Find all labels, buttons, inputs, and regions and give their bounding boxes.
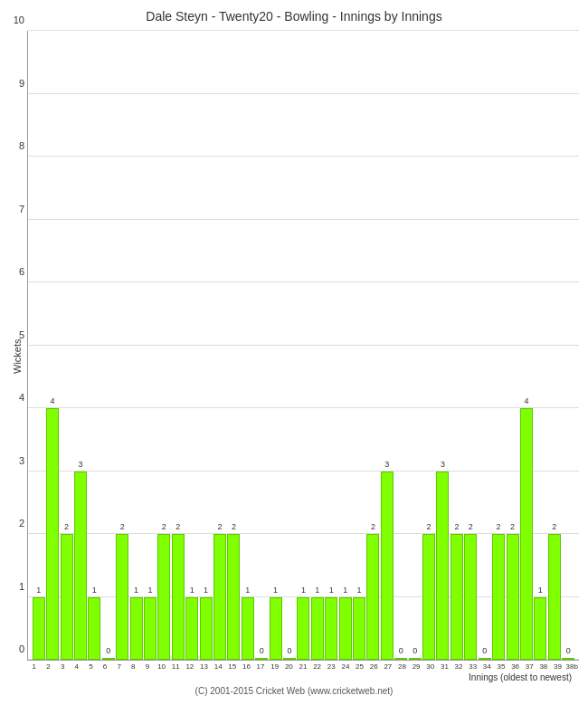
y-tick-label: 10: [3, 14, 24, 25]
bar: 3: [436, 472, 449, 661]
bar-group: 2: [506, 31, 519, 660]
bar: 2: [366, 534, 379, 660]
x-tick-label: 33: [466, 662, 480, 671]
x-tick-label: 13: [197, 662, 212, 671]
bar-group: 3: [436, 31, 450, 660]
bar: 0: [255, 658, 268, 660]
bar-value-label: 0: [482, 646, 487, 655]
chart-inner: 012345678910 142310211221122101011111230…: [27, 31, 579, 682]
bar: 2: [227, 534, 240, 660]
bar-group: 0: [255, 31, 269, 660]
bar: 1: [353, 597, 365, 661]
bar: 2: [450, 534, 463, 660]
x-tick-label: 31: [438, 662, 452, 671]
bar: 1: [270, 597, 282, 661]
footer: (C) 2001-2015 Cricket Web (www.cricketwe…: [9, 686, 579, 696]
bar-group: 0: [561, 31, 574, 660]
bar-group: 1: [325, 31, 338, 660]
x-tick-label: 39: [551, 662, 565, 671]
bar-value-label: 3: [441, 460, 445, 469]
x-tick-label: 19: [268, 662, 282, 671]
bar-value-label: 2: [469, 522, 473, 531]
x-tick-label: 9: [140, 662, 155, 671]
x-tick-label: 37: [522, 662, 536, 671]
x-tick-label: 8: [126, 662, 140, 671]
bar-value-label: 0: [399, 646, 403, 655]
bar: 1: [339, 597, 352, 661]
x-tick-label: 34: [480, 662, 495, 671]
bar-value-label: 2: [175, 522, 180, 531]
x-tick-label: 30: [423, 662, 438, 671]
plot-area: 012345678910 142310211221122101011111230…: [27, 31, 579, 661]
bar: 0: [283, 658, 296, 660]
bar-value-label: 3: [384, 460, 389, 469]
bar-group: 4: [519, 31, 533, 660]
x-tick-label: 12: [183, 662, 197, 671]
bar-value-label: 1: [36, 586, 41, 595]
chart-title: Dale Steyn - Twenty20 - Bowling - Inning…: [9, 9, 579, 24]
bar-value-label: 2: [217, 522, 222, 531]
x-tick-label: 10: [155, 662, 169, 671]
bar-group: 0: [282, 31, 296, 660]
x-tick-label: 3: [55, 662, 70, 671]
bar-group: 0: [408, 31, 422, 660]
y-tick-label: 4: [3, 392, 24, 403]
bar-group: 0: [394, 31, 408, 660]
x-tick-label: 11: [168, 662, 183, 671]
bar: 2: [464, 534, 477, 660]
bar: 3: [381, 472, 394, 661]
bar-value-label: 0: [288, 646, 292, 655]
x-tick-label: 21: [296, 662, 310, 671]
bar-value-label: 1: [343, 586, 347, 595]
bar: 3: [74, 472, 87, 661]
x-tick-label: 38: [536, 662, 551, 671]
bar-group: 2: [60, 31, 73, 660]
bar-group: 1: [269, 31, 282, 660]
bar-value-label: 1: [92, 586, 97, 595]
bar-group: 0: [101, 31, 115, 660]
bar-group: 2: [171, 31, 185, 660]
bar-value-label: 1: [538, 586, 543, 595]
x-axis-label: Innings (oldest to newest): [27, 672, 572, 682]
y-tick-label: 3: [3, 455, 24, 466]
bar: 2: [172, 534, 185, 660]
bar-group: 2: [464, 31, 478, 660]
bar-value-label: 2: [371, 522, 375, 531]
bar-group: 2: [227, 31, 241, 660]
bar-value-label: 0: [413, 646, 417, 655]
bar-group: 4: [45, 31, 59, 660]
y-tick-label: 7: [3, 204, 24, 214]
bar-group: 3: [73, 31, 87, 660]
bar: 0: [409, 658, 422, 660]
bar-group: 1: [185, 31, 198, 660]
x-tick-label: 15: [225, 662, 240, 671]
bar-group: 2: [157, 31, 171, 660]
bar-value-label: 2: [120, 522, 125, 531]
bar-group: 1: [241, 31, 254, 660]
x-tick-label: 20: [282, 662, 297, 671]
x-tick-label: 26: [366, 662, 381, 671]
bar-group: 0: [478, 31, 491, 660]
x-tick-label: 23: [324, 662, 338, 671]
x-tick-label: 35: [494, 662, 508, 671]
bar-value-label: 1: [273, 586, 278, 595]
bar: 4: [46, 408, 59, 660]
bar-group: 2: [115, 31, 128, 660]
bar: 1: [144, 597, 156, 661]
bar: 2: [492, 534, 505, 660]
bar: 2: [157, 534, 170, 660]
bar: 1: [88, 597, 100, 661]
bar-group: 2: [491, 31, 505, 660]
bar-value-label: 1: [329, 586, 334, 595]
bar: 1: [130, 597, 143, 661]
bar-group: 2: [450, 31, 463, 660]
bar: 1: [311, 597, 324, 661]
x-tick-label: 25: [353, 662, 367, 671]
bar-group: 2: [547, 31, 561, 660]
bar: 1: [200, 597, 213, 661]
x-tick-label: 4: [70, 662, 84, 671]
x-tick-label: 36: [508, 662, 523, 671]
x-tick-label: 17: [253, 662, 268, 671]
bar-value-label: 2: [232, 522, 236, 531]
bar-value-label: 1: [301, 586, 306, 595]
